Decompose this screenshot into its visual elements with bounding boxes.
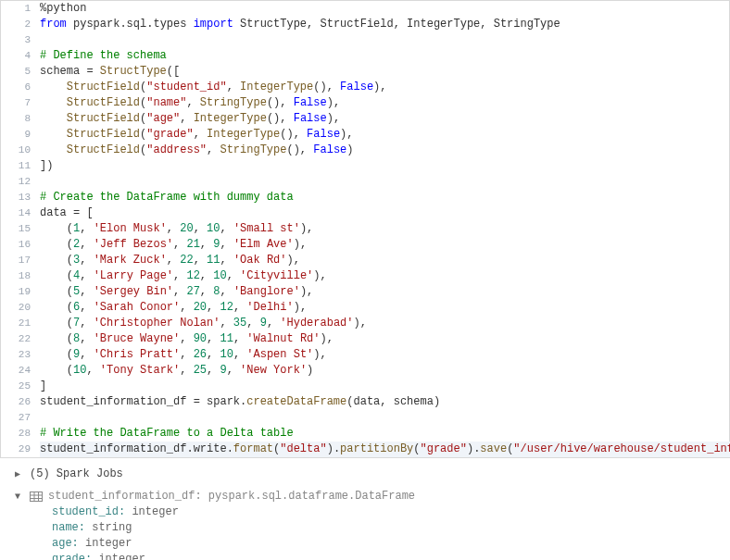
line-number: 14 [1,205,40,221]
code-text[interactable]: StructField("student_id", IntegerType(),… [40,80,729,95]
line-number: 6 [1,80,40,95]
code-text[interactable]: from pyspark.sql.types import StructType… [40,17,729,32]
line-number: 11 [1,158,40,174]
code-line[interactable]: 24 (10, 'Tony Stark', 25, 9, 'New York') [1,363,729,379]
output-section: ▶ (5) Spark Jobs ▼ student_information_d… [0,458,730,560]
code-line[interactable]: 22 (8, 'Bruce Wayne', 90, 11, 'Walnut Rd… [1,331,729,347]
table-icon [30,492,43,502]
line-number: 1 [1,1,40,17]
code-line[interactable]: 4# Define the schema [1,48,729,64]
code-line[interactable]: 23 (9, 'Chris Pratt', 26, 10, 'Aspen St'… [1,347,729,363]
code-text[interactable] [40,410,729,426]
code-text[interactable]: student_information_df.write.format("del… [40,442,730,457]
line-number: 12 [1,174,40,190]
code-line[interactable]: 27 [1,410,729,426]
dataframe-name: student_information_df: [48,490,208,503]
line-number: 2 [1,17,40,32]
code-text[interactable]: (10, 'Tony Stark', 25, 9, 'New York') [40,363,729,379]
code-text[interactable]: (3, 'Mark Zuck', 22, 11, 'Oak Rd'), [40,253,729,268]
code-line[interactable]: 12 [1,174,729,190]
caret-down-icon: ▼ [15,492,24,502]
code-line[interactable]: 2from pyspark.sql.types import StructTyp… [1,17,729,32]
spark-jobs-label: (5) Spark Jobs [30,467,123,480]
code-text[interactable]: # Define the schema [40,48,729,64]
line-number: 20 [1,300,40,316]
line-number: 8 [1,111,40,127]
code-line[interactable]: 11]) [1,158,729,174]
code-line[interactable]: 3 [1,32,729,48]
code-text[interactable]: StructField("name", StringType(), False)… [40,95,729,111]
code-line[interactable]: 10 StructField("address", StringType(), … [1,143,729,158]
code-line[interactable]: 26student_information_df = spark.createD… [1,394,729,410]
code-text[interactable]: (2, 'Jeff Bezos', 21, 9, 'Elm Ave'), [40,237,729,253]
code-line[interactable]: 5schema = StructType([ [1,64,729,80]
code-line[interactable]: 29student_information_df.write.format("d… [1,442,729,457]
code-text[interactable]: ]) [40,158,729,174]
schema-field-row: name: string [52,520,730,536]
schema-field-row: student_id: integer [52,504,730,520]
svg-rect-0 [31,492,43,501]
line-number: 13 [1,190,40,205]
code-text[interactable]: # Create the DataFrame with dummy data [40,190,729,205]
line-number: 25 [1,379,40,394]
schema-field-row: grade: integer [52,552,730,560]
line-number: 24 [1,363,40,379]
code-line[interactable]: 8 StructField("age", IntegerType(), Fals… [1,111,729,127]
caret-right-icon: ▶ [15,468,24,479]
line-number: 18 [1,268,40,284]
line-number: 4 [1,48,40,64]
code-text[interactable]: # Write the DataFrame to a Delta table [40,426,729,442]
spark-jobs-toggle[interactable]: ▶ (5) Spark Jobs [15,466,730,482]
code-text[interactable] [40,32,729,48]
code-line[interactable]: 14data = [ [1,205,729,221]
code-text[interactable]: (7, 'Christopher Nolan', 35, 9, 'Hyderab… [40,316,729,331]
code-text[interactable]: StructField("grade", IntegerType(), Fals… [40,127,729,143]
line-number: 29 [1,442,40,457]
line-number: 15 [1,221,40,237]
line-number: 16 [1,237,40,253]
code-line[interactable]: 16 (2, 'Jeff Bezos', 21, 9, 'Elm Ave'), [1,237,729,253]
code-line[interactable]: 13# Create the DataFrame with dummy data [1,190,729,205]
code-text[interactable]: (8, 'Bruce Wayne', 90, 11, 'Walnut Rd'), [40,331,729,347]
code-text[interactable] [40,174,729,190]
code-line[interactable]: 15 (1, 'Elon Musk', 20, 10, 'Small st'), [1,221,729,237]
code-text[interactable]: (4, 'Larry Page', 12, 10, 'Cityville'), [40,268,729,284]
line-number: 19 [1,284,40,300]
code-line[interactable]: 28# Write the DataFrame to a Delta table [1,426,729,442]
dataframe-type: pyspark.sql.dataframe.DataFrame [208,490,415,503]
schema-list: student_id: integername: stringage: inte… [15,504,730,560]
code-line[interactable]: 9 StructField("grade", IntegerType(), Fa… [1,127,729,143]
code-line[interactable]: 18 (4, 'Larry Page', 12, 10, 'Cityville'… [1,268,729,284]
line-number: 5 [1,64,40,80]
code-line[interactable]: 25] [1,379,729,394]
code-line[interactable]: 20 (6, 'Sarah Conor', 20, 12, 'Delhi'), [1,300,729,316]
code-line[interactable]: 7 StructField("name", StringType(), Fals… [1,95,729,111]
schema-field-row: age: integer [52,536,730,552]
code-text[interactable]: student_information_df = spark.createDat… [40,394,729,410]
code-text[interactable]: (9, 'Chris Pratt', 26, 10, 'Aspen St'), [40,347,729,363]
code-text[interactable]: StructField("address", StringType(), Fal… [40,143,729,158]
code-text[interactable]: (6, 'Sarah Conor', 20, 12, 'Delhi'), [40,300,729,316]
code-text[interactable]: StructField("age", IntegerType(), False)… [40,111,729,127]
line-number: 10 [1,143,40,158]
dataframe-toggle[interactable]: ▼ student_information_df: pyspark.sql.da… [15,488,730,504]
code-line[interactable]: 1%python [1,1,729,17]
line-number: 22 [1,331,40,347]
line-number: 28 [1,426,40,442]
line-number: 27 [1,410,40,426]
code-line[interactable]: 21 (7, 'Christopher Nolan', 35, 9, 'Hyde… [1,316,729,331]
line-number: 17 [1,253,40,268]
code-line[interactable]: 6 StructField("student_id", IntegerType(… [1,80,729,95]
code-line[interactable]: 19 (5, 'Sergey Bin', 27, 8, 'Banglore'), [1,284,729,300]
line-number: 23 [1,347,40,363]
code-cell[interactable]: 1%python2from pyspark.sql.types import S… [0,0,730,458]
code-text[interactable]: (5, 'Sergey Bin', 27, 8, 'Banglore'), [40,284,729,300]
code-text[interactable]: schema = StructType([ [40,64,729,80]
line-number: 26 [1,394,40,410]
code-text[interactable]: (1, 'Elon Musk', 20, 10, 'Small st'), [40,221,729,237]
code-line[interactable]: 17 (3, 'Mark Zuck', 22, 11, 'Oak Rd'), [1,253,729,268]
code-text[interactable]: data = [ [40,205,729,221]
line-number: 21 [1,316,40,331]
code-text[interactable]: %python [40,1,729,17]
code-text[interactable]: ] [40,379,729,394]
